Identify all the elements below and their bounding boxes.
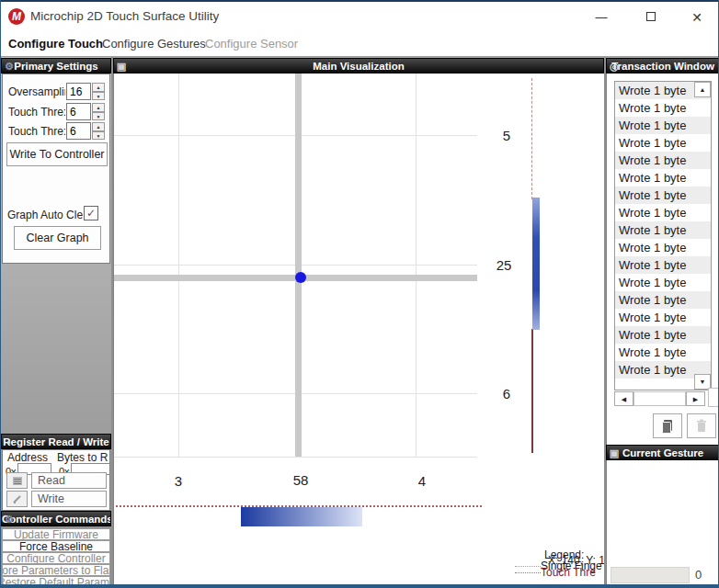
trash-icon — [696, 419, 707, 433]
graph-auto-clear-checkbox[interactable]: ✓ — [84, 206, 98, 220]
write-button[interactable]: Write — [31, 491, 107, 507]
transaction-window-panel: Wrote 1 byteWrote 1 byteWrote 1 byteWrot… — [606, 74, 719, 445]
horizontal-scrollbar-track[interactable] — [633, 391, 686, 406]
graph-auto-clear-label: Graph Auto Cle — [7, 209, 83, 221]
minimize-button[interactable]: — — [588, 7, 615, 28]
down-arrow-icon[interactable]: ▼ — [92, 92, 105, 101]
list-item[interactable]: Wrote 1 byte — [615, 309, 711, 326]
primary-settings-header: ⚙ Primary Settings — [1, 58, 111, 74]
gear-icon: ⚙ — [4, 514, 15, 525]
oversampling-label: Oversamplin — [8, 85, 65, 98]
touch-threshold-input-2[interactable] — [66, 122, 91, 140]
left-panel-column: ⚙ Primary Settings Oversamplin ▲▼ Touch … — [1, 57, 111, 584]
x-axis-label: 58 — [288, 472, 314, 488]
down-arrow-icon[interactable]: ▼ — [92, 112, 105, 121]
list-item[interactable]: Wrote 1 byte — [615, 291, 711, 309]
main-visualization-column: ▣ Main Visualization 5 25 6 3 58 4 Lege — [113, 57, 604, 584]
window-title: Microchip 2D Touch Surface Utility — [30, 9, 219, 23]
transaction-icon: ◎ — [609, 61, 620, 72]
right-panel-column: ◎ Transaction Window Wrote 1 byteWrote 1… — [606, 57, 719, 584]
list-icon — [12, 476, 23, 486]
crosshair-vertical — [295, 74, 302, 457]
window-bottom-border — [1, 584, 719, 588]
gesture-progress-box — [611, 567, 690, 583]
list-item[interactable]: Wrote 1 byte — [615, 169, 711, 187]
visualization-plot-area[interactable]: 5 25 6 3 58 4 Legend: X: 140, Y: 1 Singl… — [113, 74, 604, 584]
touch-threshold-label-2: Touch Thre: — [8, 125, 65, 138]
register-read-write-panel: Address Bytes to R 0x 0x Read Write — [2, 449, 110, 511]
legend-swatch-touch-threshold — [515, 572, 541, 573]
touch-threshold-stepper-1[interactable]: ▲▼ — [92, 103, 105, 120]
legend-series-label: Touch Thre — [541, 567, 596, 578]
list-item[interactable]: Wrote 1 byte — [615, 326, 711, 344]
read-icon-button[interactable] — [6, 472, 28, 489]
y-axis-label: 25 — [491, 257, 517, 273]
configure-controller-button[interactable]: Configure Controller — [2, 552, 110, 564]
window-icon: ▪ — [4, 436, 15, 447]
touch-threshold-stepper-2[interactable]: ▲▼ — [92, 122, 105, 140]
list-item[interactable]: Wrote 1 byte — [615, 187, 711, 204]
primary-settings-panel: Oversamplin ▲▼ Touch Thre: ▲▼ Touch Thre… — [2, 74, 110, 264]
up-arrow-icon[interactable]: ▲ — [92, 122, 105, 131]
y-profile-line — [531, 329, 533, 453]
chart-window-icon: ▣ — [116, 61, 127, 72]
list-item[interactable]: Wrote 1 byte — [615, 117, 711, 134]
close-button[interactable]: ✕ — [683, 7, 711, 28]
plot-bottom-edge — [114, 457, 477, 458]
scroll-up-icon[interactable]: ▲ — [694, 82, 711, 97]
touch-threshold-label-1: Touch Thre: — [8, 106, 65, 119]
touch-threshold-input-1[interactable] — [66, 103, 91, 120]
app-window: M Microchip 2D Touch Surface Utility — ✕… — [0, 0, 719, 588]
current-gesture-header: ▣ Current Gesture — [606, 445, 719, 460]
list-item[interactable]: Wrote 1 byte — [615, 99, 711, 117]
oversampling-input[interactable] — [66, 83, 91, 100]
current-gesture-panel: 0 — [606, 460, 719, 584]
bytes-to-read-label: Bytes to R — [57, 451, 108, 464]
clear-graph-button[interactable]: Clear Graph — [14, 226, 101, 250]
tab-configure-touch[interactable]: Configure Touch — [8, 37, 103, 51]
tab-configure-sensor[interactable]: Configure Sensor — [205, 37, 298, 51]
x-axis-label: 4 — [413, 473, 431, 489]
controller-commands-header: ⚙ Controller Commands — [1, 511, 111, 526]
copy-log-button[interactable] — [653, 413, 682, 438]
list-item[interactable]: Wrote 1 byte — [615, 344, 711, 361]
tab-configure-gestures[interactable]: Configure Gestures — [102, 37, 206, 51]
x-axis-label: 3 — [169, 473, 188, 489]
pencil-icon — [12, 494, 23, 504]
list-item[interactable]: Wrote 1 byte — [615, 221, 711, 239]
y-signal-bar — [532, 198, 540, 330]
list-item[interactable]: Wrote 1 byte — [615, 239, 711, 256]
touch-point-dot — [295, 272, 306, 283]
toolbar: Configure Touch Configure Gestures Confi… — [1, 29, 719, 57]
list-item[interactable]: Wrote 1 byte — [615, 134, 711, 152]
microchip-logo-icon: M — [8, 8, 25, 25]
y-profile-line-dashed — [531, 78, 532, 199]
maximize-button[interactable] — [637, 7, 665, 28]
read-button[interactable]: Read — [31, 472, 107, 489]
up-arrow-icon[interactable]: ▲ — [92, 103, 105, 112]
register-read-write-header: ▪ Register Read / Write — [1, 434, 111, 449]
transaction-list[interactable]: Wrote 1 byteWrote 1 byteWrote 1 byteWrot… — [614, 81, 712, 390]
clear-log-button[interactable] — [687, 413, 716, 438]
force-baseline-button[interactable]: Force Baseline — [2, 540, 110, 552]
list-item[interactable]: Wrote 1 byte — [615, 274, 711, 291]
gesture-count: 0 — [695, 568, 702, 582]
controller-commands-panel: Update Firmware Force Baseline Configure… — [2, 527, 110, 584]
scroll-left-icon[interactable]: ◀ — [614, 391, 633, 406]
list-item[interactable]: Wrote 1 byte — [615, 256, 711, 274]
restore-defaults-button[interactable]: Restore Default Params — [2, 576, 110, 584]
store-parameters-button[interactable]: Store Parameters to Flash — [2, 564, 110, 576]
oversampling-stepper[interactable]: ▲▼ — [92, 83, 105, 100]
write-icon-button[interactable] — [6, 491, 28, 507]
legend-swatch-single-finger — [515, 566, 541, 567]
write-to-controller-button[interactable]: Write To Controller — [6, 142, 108, 166]
up-arrow-icon[interactable]: ▲ — [92, 83, 105, 92]
document-icon — [661, 419, 674, 434]
scroll-right-icon[interactable]: ▶ — [686, 391, 705, 406]
list-item[interactable]: Wrote 1 byte — [615, 152, 711, 169]
main-visualization-header: ▣ Main Visualization — [113, 58, 604, 74]
down-arrow-icon[interactable]: ▼ — [92, 131, 105, 141]
update-firmware-button[interactable]: Update Firmware — [2, 528, 110, 540]
transaction-window-header: ◎ Transaction Window — [606, 58, 719, 74]
list-item[interactable]: Wrote 1 byte — [615, 204, 711, 221]
